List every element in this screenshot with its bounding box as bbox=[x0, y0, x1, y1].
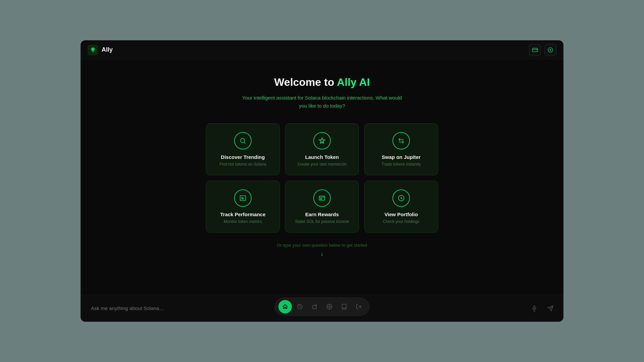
wallet-button[interactable] bbox=[529, 44, 541, 56]
card-launch-token[interactable]: Launch Token Create your own memecoin bbox=[285, 123, 359, 175]
svg-point-9 bbox=[329, 306, 330, 307]
arrow-down-icon: ↓ bbox=[321, 250, 324, 257]
card-title-discover: Discover Trending bbox=[221, 154, 265, 160]
card-subtitle-discover: Find hot tokens on Solana bbox=[219, 162, 266, 167]
card-view-portfolio[interactable]: View Portfolio Check your holdings bbox=[364, 181, 438, 233]
main-content: Welcome to Ally AI Your intelligent assi… bbox=[81, 59, 563, 295]
card-title-track: Track Performance bbox=[220, 212, 265, 217]
nav-home[interactable] bbox=[278, 300, 292, 313]
card-title-launch: Launch Token bbox=[305, 154, 339, 160]
nav-book[interactable] bbox=[337, 300, 351, 313]
nav-history[interactable] bbox=[293, 300, 307, 313]
welcome-title: Welcome to Ally AI bbox=[274, 76, 370, 88]
nav-dock bbox=[275, 298, 369, 316]
app-title: Ally bbox=[102, 46, 113, 53]
nav-settings[interactable] bbox=[323, 300, 336, 313]
track-performance-icon bbox=[234, 189, 252, 207]
cards-grid: Discover Trending Find hot tokens on Sol… bbox=[206, 123, 438, 233]
send-button[interactable] bbox=[544, 302, 556, 314]
discover-trending-icon bbox=[234, 132, 252, 149]
app-window: Ally Welcome to Ally AI Your intel bbox=[80, 40, 564, 322]
svg-rect-11 bbox=[534, 306, 535, 308]
svg-point-7 bbox=[401, 198, 401, 198]
app-logo-icon bbox=[88, 45, 98, 55]
card-earn-rewards[interactable]: Earn Rewards Stake SOL for passive incom… bbox=[285, 181, 359, 233]
card-title-earn: Earn Rewards bbox=[305, 212, 339, 217]
card-swap-jupiter[interactable]: Swap on Jupiter Trade tokens instantly bbox=[364, 123, 438, 175]
svg-point-3 bbox=[240, 138, 245, 143]
card-track-performance[interactable]: Track Performance Monitor token metrics bbox=[206, 181, 280, 233]
bottom-bar bbox=[81, 295, 563, 321]
view-portfolio-icon bbox=[392, 189, 410, 207]
card-subtitle-earn: Stake SOL for passive income bbox=[295, 219, 349, 224]
earn-rewards-icon bbox=[313, 189, 331, 207]
welcome-subtitle: Your intelligent assistant for Solana bl… bbox=[238, 94, 406, 110]
add-button[interactable] bbox=[544, 44, 556, 56]
launch-token-icon bbox=[313, 132, 331, 149]
svg-rect-1 bbox=[533, 48, 538, 52]
titlebar: Ally bbox=[81, 41, 563, 59]
card-discover-trending[interactable]: Discover Trending Find hot tokens on Sol… bbox=[206, 123, 280, 175]
hint-text: Or type your own question below to get s… bbox=[277, 243, 367, 248]
titlebar-right bbox=[529, 44, 556, 56]
nav-chart[interactable] bbox=[308, 300, 321, 313]
card-subtitle-launch: Create your own memecoin bbox=[298, 162, 347, 167]
card-subtitle-portfolio: Check your holdings bbox=[383, 219, 420, 224]
card-subtitle-swap: Trade tokens instantly bbox=[382, 162, 421, 167]
svg-point-0 bbox=[92, 48, 94, 50]
card-subtitle-track: Monitor token metrics bbox=[224, 219, 262, 224]
titlebar-left: Ally bbox=[88, 45, 113, 55]
card-title-swap: Swap on Jupiter bbox=[382, 154, 421, 160]
nav-logout[interactable] bbox=[352, 300, 366, 313]
card-title-portfolio: View Portfolio bbox=[384, 212, 418, 217]
microphone-button[interactable] bbox=[528, 302, 540, 314]
swap-jupiter-icon bbox=[392, 132, 410, 149]
